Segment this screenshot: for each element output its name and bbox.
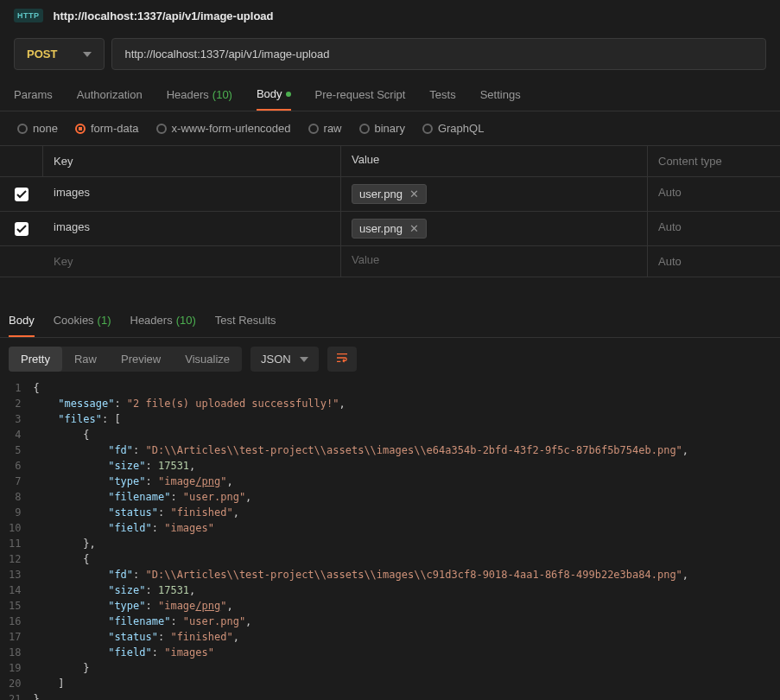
type-cell: Auto [648, 177, 780, 211]
type-empty: Auto [648, 246, 780, 277]
remove-file-icon[interactable]: ✕ [409, 188, 419, 200]
tab-params[interactable]: Params [14, 87, 53, 111]
response-tab-body[interactable]: Body [9, 314, 35, 337]
response-headers-count: (10) [176, 314, 196, 328]
key-cell[interactable]: images [43, 177, 341, 211]
tab-prerequest[interactable]: Pre-request Script [315, 87, 406, 111]
value-cell[interactable]: user.png✕ [341, 212, 648, 245]
chevron-down-icon [83, 52, 92, 57]
response-tab-headers-label: Headers [130, 314, 173, 328]
type-cell: Auto [648, 212, 780, 245]
radio-graphql[interactable]: GraphQL [422, 122, 484, 135]
view-preview[interactable]: Preview [109, 347, 173, 372]
radio-raw-label: raw [324, 122, 342, 135]
file-chip: user.png✕ [352, 219, 427, 239]
tab-settings[interactable]: Settings [480, 87, 521, 111]
key-cell[interactable]: images [43, 212, 341, 245]
url-input[interactable]: http://localhost:1337/api/v1/image-uploa… [111, 38, 766, 70]
radio-formdata-label: form-data [91, 122, 139, 135]
radio-none[interactable]: none [17, 122, 58, 135]
response-body-code[interactable]: { "message": "2 file(s) uploaded success… [33, 380, 771, 700]
radio-icon [75, 124, 86, 134]
value-cell[interactable]: user.png✕ [341, 177, 648, 211]
headers-count: (10) [212, 88, 232, 101]
radio-icon [308, 124, 319, 134]
radio-icon [359, 124, 370, 134]
radio-formdata[interactable]: form-data [75, 122, 139, 135]
remove-file-icon[interactable]: ✕ [409, 222, 419, 235]
response-tab-headers[interactable]: Headers (10) [130, 314, 196, 337]
method-select[interactable]: POST [14, 38, 105, 70]
tab-tests[interactable]: Tests [429, 87, 455, 111]
tab-authorization[interactable]: Authorization [77, 87, 143, 111]
form-row: imagesuser.png✕Auto [0, 212, 780, 246]
file-chip: user.png✕ [352, 184, 427, 204]
tab-body[interactable]: Body [257, 87, 291, 111]
radio-icon [422, 124, 433, 134]
radio-none-label: none [33, 122, 58, 135]
form-row: imagesuser.png✕Auto [0, 177, 780, 212]
response-tab-cookies-label: Cookies [54, 314, 94, 328]
http-badge-icon: HTTP [14, 9, 43, 22]
file-name: user.png [359, 222, 403, 235]
response-tab-cookies[interactable]: Cookies (1) [54, 314, 111, 337]
row-checkbox[interactable] [15, 188, 29, 201]
radio-urlencoded-label: x-www-form-urlencoded [172, 122, 291, 135]
radio-graphql-label: GraphQL [438, 122, 484, 135]
wrap-icon [336, 353, 348, 363]
col-header-key: Key [43, 146, 341, 176]
col-header-type: Content type [648, 146, 780, 176]
line-gutter: 123456789101112131415161718192021 [9, 380, 33, 700]
response-tab-tests[interactable]: Test Results [215, 314, 276, 337]
row-checkbox[interactable] [15, 222, 29, 236]
radio-icon [156, 124, 167, 134]
wrap-lines-button[interactable] [327, 347, 357, 372]
view-visualize[interactable]: Visualize [173, 347, 242, 372]
radio-icon [17, 124, 28, 134]
tab-headers[interactable]: Headers (10) [167, 87, 232, 111]
file-name: user.png [359, 188, 403, 200]
format-label: JSON [261, 353, 291, 366]
radio-raw[interactable]: raw [308, 122, 342, 135]
view-raw[interactable]: Raw [62, 347, 109, 372]
radio-urlencoded[interactable]: x-www-form-urlencoded [156, 122, 291, 135]
format-select[interactable]: JSON [250, 347, 319, 372]
tab-body-label: Body [257, 87, 282, 100]
value-input-empty[interactable]: Value [341, 246, 648, 277]
view-pretty[interactable]: Pretty [9, 347, 62, 372]
radio-binary[interactable]: binary [359, 122, 405, 135]
tab-title: http://localhost:1337/api/v1/image-uploa… [54, 10, 274, 22]
col-header-value: Value [341, 146, 648, 176]
form-data-table: Key Value Content type imagesuser.png✕Au… [0, 145, 780, 277]
cookies-count: (1) [98, 314, 111, 328]
chevron-down-icon [300, 357, 308, 362]
key-input-empty[interactable]: Key [43, 246, 341, 277]
tab-headers-label: Headers [167, 88, 209, 101]
method-label: POST [27, 48, 57, 60]
dot-indicator-icon [286, 92, 291, 97]
radio-binary-label: binary [375, 122, 405, 135]
